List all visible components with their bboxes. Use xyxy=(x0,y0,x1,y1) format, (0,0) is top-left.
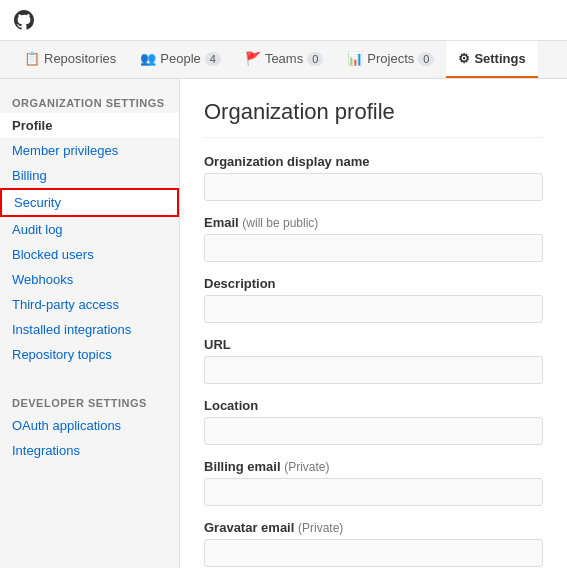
tab-people[interactable]: 👥 People 4 xyxy=(128,41,233,78)
input-url[interactable] xyxy=(204,356,543,384)
sidebar-item-integrations[interactable]: Integrations xyxy=(0,438,179,463)
tab-settings[interactable]: ⚙ Settings xyxy=(446,41,537,78)
nav-tabs: 📋 Repositories 👥 People 4 🚩 Teams 0 📊 Pr… xyxy=(0,41,567,79)
label-billing-email: Billing email (Private) xyxy=(204,459,543,474)
tab-repositories[interactable]: 📋 Repositories xyxy=(12,41,128,78)
input-display-name[interactable] xyxy=(204,173,543,201)
teams-icon: 🚩 xyxy=(245,51,261,66)
label-display-name: Organization display name xyxy=(204,154,543,169)
label-location: Location xyxy=(204,398,543,413)
field-display-name: Organization display name xyxy=(204,154,543,201)
field-email: Email (will be public) xyxy=(204,215,543,262)
field-location: Location xyxy=(204,398,543,445)
sidebar: Organization settings Profile Member pri… xyxy=(0,79,180,568)
field-description: Description xyxy=(204,276,543,323)
dev-settings-label: Developer settings xyxy=(0,391,179,413)
sidebar-item-repository-topics[interactable]: Repository topics xyxy=(0,342,179,367)
sidebar-item-installed-integrations[interactable]: Installed integrations xyxy=(0,317,179,342)
label-email: Email (will be public) xyxy=(204,215,543,230)
label-url: URL xyxy=(204,337,543,352)
input-description[interactable] xyxy=(204,295,543,323)
sidebar-item-member-privileges[interactable]: Member privileges xyxy=(0,138,179,163)
repo-icon: 📋 xyxy=(24,51,40,66)
input-billing-email[interactable] xyxy=(204,478,543,506)
input-email[interactable] xyxy=(204,234,543,262)
field-billing-email: Billing email (Private) xyxy=(204,459,543,506)
projects-badge: 0 xyxy=(418,52,434,66)
org-settings-label: Organization settings xyxy=(0,91,179,113)
input-location[interactable] xyxy=(204,417,543,445)
header xyxy=(0,0,567,41)
settings-icon: ⚙ xyxy=(458,51,470,66)
page-title: Organization profile xyxy=(204,99,543,138)
people-icon: 👥 xyxy=(140,51,156,66)
label-description: Description xyxy=(204,276,543,291)
sidebar-item-blocked-users[interactable]: Blocked users xyxy=(0,242,179,267)
sidebar-item-audit-log[interactable]: Audit log xyxy=(0,217,179,242)
field-url: URL xyxy=(204,337,543,384)
sidebar-divider xyxy=(0,375,179,387)
profile-area: Organization profile Organization displa… xyxy=(180,79,567,568)
sidebar-item-oauth-applications[interactable]: OAuth applications xyxy=(0,413,179,438)
sidebar-item-profile[interactable]: Profile xyxy=(0,113,179,138)
tab-teams[interactable]: 🚩 Teams 0 xyxy=(233,41,335,78)
sidebar-item-security[interactable]: Security xyxy=(0,188,179,217)
sidebar-item-billing[interactable]: Billing xyxy=(0,163,179,188)
people-badge: 4 xyxy=(205,52,221,66)
teams-badge: 0 xyxy=(307,52,323,66)
label-gravatar-email: Gravatar email (Private) xyxy=(204,520,543,535)
sidebar-item-webhooks[interactable]: Webhooks xyxy=(0,267,179,292)
github-logo xyxy=(12,8,36,32)
projects-icon: 📊 xyxy=(347,51,363,66)
main-content: Organization settings Profile Member pri… xyxy=(0,79,567,568)
sidebar-item-third-party-access[interactable]: Third-party access xyxy=(0,292,179,317)
field-gravatar-email: Gravatar email (Private) xyxy=(204,520,543,567)
input-gravatar-email[interactable] xyxy=(204,539,543,567)
tab-projects[interactable]: 📊 Projects 0 xyxy=(335,41,446,78)
